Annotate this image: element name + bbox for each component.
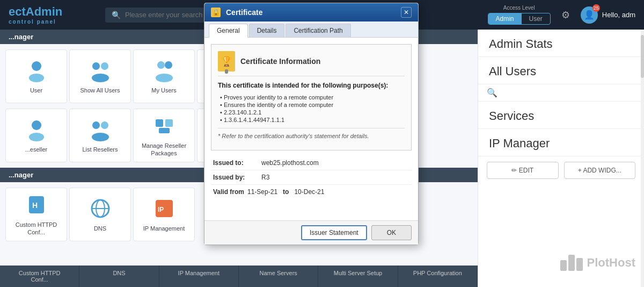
certificate-dialog: 🔒 Certificate ✕ General Details Certific… — [204, 3, 419, 245]
dialog-titlebar: 🔒 Certificate ✕ — [204, 3, 418, 21]
issued-by-row: Issued by: R3 — [211, 170, 412, 185]
cert-note: * Refer to the certification authority's… — [218, 128, 405, 144]
bullet-3: 2.23.140.1.2.1 — [220, 109, 405, 116]
dialog-footer: Issuer Statement OK — [204, 220, 418, 245]
cert-info-title: Certificate Information — [240, 57, 320, 66]
issued-to-value: web25.plothost.com — [261, 159, 319, 167]
issued-by-value: R3 — [261, 174, 269, 181]
cert-icon: 🏆 — [218, 51, 235, 71]
dialog-body: 🏆 Certificate Information This certifica… — [204, 38, 418, 220]
cert-bullets: Proves your identity to a remote compute… — [218, 94, 405, 124]
cert-info-box: 🏆 Certificate Information This certifica… — [211, 44, 412, 150]
dialog-tab-general[interactable]: General — [209, 24, 248, 38]
valid-from-row: Valid from 11-Sep-21 to 10-Dec-21 — [211, 185, 412, 199]
dialog-tab-cert-path[interactable]: Certification Path — [286, 24, 350, 37]
issued-by-label: Issued by: — [213, 174, 261, 181]
cert-purpose: This certificate is intended for the fol… — [218, 82, 405, 89]
valid-to-value: 10-Dec-21 — [294, 188, 324, 196]
dialog-tab-details[interactable]: Details — [249, 24, 285, 37]
issued-to-row: Issued to: web25.plothost.com — [211, 156, 412, 170]
bullet-2: Ensures the identity of a remote compute… — [220, 101, 405, 109]
cert-info-header: 🏆 Certificate Information — [218, 51, 405, 76]
dialog-title: Certificate — [226, 8, 396, 17]
issuer-statement-button[interactable]: Issuer Statement — [301, 225, 367, 240]
bullet-1: Proves your identity to a remote compute… — [220, 94, 405, 101]
dialog-close-button[interactable]: ✕ — [401, 7, 412, 18]
valid-from-value: 11-Sep-21 — [247, 188, 277, 196]
issued-to-label: Issued to: — [213, 159, 261, 167]
valid-from-label: Valid from — [213, 188, 244, 196]
cert-title-icon: 🔒 — [211, 8, 221, 17]
dialog-overlay: 🔒 Certificate ✕ General Details Certific… — [0, 0, 644, 287]
dialog-tabs: General Details Certification Path — [204, 21, 418, 38]
ok-button[interactable]: OK — [371, 225, 412, 240]
bullet-4: 1.3.6.1.4.1.44947.1.1.1 — [220, 116, 405, 124]
valid-to-label: to — [283, 188, 289, 196]
